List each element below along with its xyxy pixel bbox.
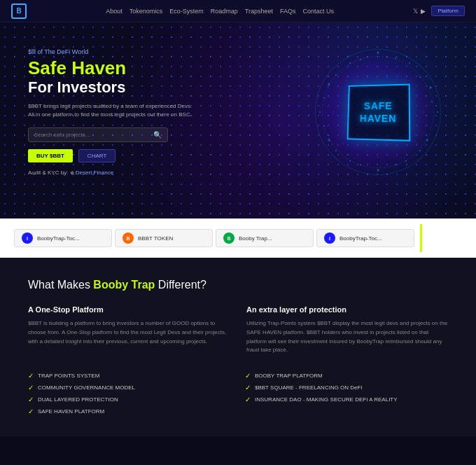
- feature-col-2: An extra layer of protection Utilizing T…: [246, 305, 448, 355]
- checkmark-icon: ✓: [245, 384, 251, 391]
- svg-point-24: [409, 80, 410, 81]
- nav-link-eco-system[interactable]: Eco-System: [169, 8, 204, 15]
- platform-button[interactable]: Platform: [431, 6, 465, 16]
- svg-point-6: [377, 169, 379, 172]
- feature-heading-1: A One-Stop Platform: [28, 305, 230, 314]
- svg-point-2: [430, 87, 432, 89]
- hero-buttons: BUY $BBT CHART: [28, 149, 196, 162]
- chart-button[interactable]: CHART: [78, 149, 115, 162]
- feature-list: ✓TRAP POINTS SYSTEM✓BOOBY TRAP PLATFORM✓…: [28, 372, 448, 415]
- safe-haven-box: SAFE HAVEN: [347, 84, 411, 141]
- svg-point-10: [328, 83, 330, 85]
- audit-link[interactable]: Desert Finance: [76, 169, 113, 176]
- ticker-divider: [420, 224, 422, 252]
- svg-point-8: [328, 139, 330, 141]
- svg-point-1: [409, 62, 410, 64]
- ticker-icon-1: i: [22, 233, 33, 244]
- buy-button[interactable]: BUY $BBT: [28, 149, 73, 162]
- nav-links: AboutTokenomicsEco-SystemRoadmapTrapshee…: [106, 8, 334, 15]
- svg-point-16: [395, 164, 396, 165]
- hero-subtitle: $lll of The DeFi World: [28, 48, 196, 55]
- hero-section: $lll of The DeFi World Safe Haven For In…: [0, 22, 476, 218]
- hero-description: $BBT brings legit projects audited by a …: [28, 102, 196, 119]
- audit-text: Audit & KYC by: ◆ Desert Finance: [28, 169, 196, 176]
- svg-point-20: [323, 97, 325, 99]
- search-bar: 🔍: [28, 127, 168, 142]
- svg-point-15: [419, 150, 421, 151]
- twitter-icon[interactable]: 𝕏: [413, 8, 418, 15]
- features-title: What Makes Booby Trap Different?: [28, 279, 448, 291]
- svg-point-3: [437, 111, 438, 113]
- svg-point-4: [426, 139, 428, 141]
- svg-point-26: [342, 143, 344, 144]
- nav-link-faqs[interactable]: FAQs: [280, 8, 296, 15]
- feature-col-1: A One-Stop Platform $BBT is building a p…: [28, 305, 230, 355]
- feature-list-item: ✓$BBT SQUARE - FREELANCING ON DeFI: [245, 384, 448, 391]
- ticker-label-4: BoobyTrap-Toc...: [340, 235, 382, 242]
- feature-list-item: ✓DUAL LAYERED PROTECTION: [28, 396, 231, 403]
- feature-list-item: ✓COMMUNITY GOVERNANCE MODEL: [28, 384, 231, 391]
- ticker-icon-2: B: [122, 233, 134, 244]
- feature-heading-2: An extra layer of protection: [246, 305, 448, 314]
- checkmark-icon: ✓: [245, 372, 251, 380]
- ticker-icon-4: i: [324, 233, 335, 244]
- ticker-icon-3: B: [223, 233, 234, 244]
- feature-list-item: ✓SAFE HAVEN PLATFORM: [28, 408, 231, 415]
- navigation: B AboutTokenomicsEco-SystemRoadmapTrapsh…: [0, 0, 476, 22]
- search-icon: 🔍: [153, 131, 162, 139]
- hero-title-white: For Investors: [28, 78, 196, 97]
- svg-point-0: [377, 52, 379, 54]
- svg-point-11: [349, 62, 351, 64]
- ticker-label-3: Booby Trap...: [239, 235, 272, 242]
- feature-list-item: ✓TRAP POINTS SYSTEM: [28, 372, 231, 380]
- svg-point-28: [423, 111, 424, 113]
- hero-title-green: Safe Haven: [28, 58, 196, 78]
- svg-point-17: [360, 164, 361, 165]
- feature-list-item: ✓BOOBY TRAP PLATFORM: [245, 372, 448, 380]
- hero-text: $lll of The DeFi World Safe Haven For In…: [28, 48, 196, 176]
- ticker-bar: i BoobyTrap-Toc... B BBBT TOKEN B Booby …: [0, 218, 476, 258]
- svg-point-29: [377, 66, 379, 67]
- feature-body-1: $BBT is building a platform to bring inv…: [28, 319, 230, 346]
- svg-point-5: [405, 160, 407, 162]
- svg-point-13: [419, 76, 421, 78]
- svg-point-14: [431, 101, 433, 102]
- ticker-item-1[interactable]: i BoobyTrap-Toc...: [14, 229, 112, 247]
- nav-right: 𝕏 ▶ Platform: [413, 6, 465, 16]
- features-grid: A One-Stop Platform $BBT is building a p…: [28, 305, 448, 355]
- ticker-label-1: BoobyTrap-Toc...: [37, 235, 80, 242]
- svg-point-30: [377, 157, 379, 158]
- ticker-label-2: BBBT TOKEN: [138, 235, 173, 242]
- svg-point-23: [346, 80, 347, 81]
- checkmark-icon: ✓: [245, 396, 251, 403]
- nav-logo[interactable]: B: [11, 4, 27, 19]
- svg-point-25: [416, 143, 417, 144]
- nav-link-roadmap[interactable]: Roadmap: [211, 8, 238, 15]
- search-input[interactable]: [34, 132, 153, 138]
- svg-point-18: [335, 150, 337, 151]
- svg-point-7: [349, 160, 351, 162]
- nav-link-about[interactable]: About: [106, 8, 122, 15]
- ticker-item-2[interactable]: B BBBT TOKEN: [115, 229, 213, 247]
- nav-link-contact-us[interactable]: Contact Us: [303, 8, 335, 15]
- checkmark-icon: ✓: [28, 384, 34, 391]
- youtube-icon[interactable]: ▶: [421, 8, 426, 15]
- svg-point-21: [335, 74, 337, 76]
- svg-point-22: [360, 59, 361, 60]
- checkmark-icon: ✓: [28, 372, 34, 380]
- nav-link-trapsheet[interactable]: Trapsheet: [245, 8, 273, 15]
- checkmark-icon: ✓: [28, 408, 34, 415]
- nav-social: 𝕏 ▶: [413, 8, 426, 15]
- feature-list-item: ✓INSURANCE DAO - MAKING SECURE DEFI A RE…: [245, 396, 448, 403]
- svg-point-27: [332, 111, 333, 113]
- svg-point-9: [319, 111, 321, 113]
- ticker-item-4[interactable]: i BoobyTrap-Toc...: [316, 229, 414, 247]
- nav-link-tokenomics[interactable]: Tokenomics: [130, 8, 163, 15]
- safe-haven-cube: SAFE HAVEN: [308, 42, 448, 182]
- checkmark-icon: ✓: [28, 396, 34, 403]
- svg-point-12: [395, 57, 396, 59]
- safe-haven-label: SAFE HAVEN: [360, 99, 397, 125]
- svg-point-19: [323, 125, 325, 127]
- hero-content: $lll of The DeFi World Safe Haven For In…: [0, 42, 476, 182]
- ticker-item-3[interactable]: B Booby Trap...: [216, 229, 314, 247]
